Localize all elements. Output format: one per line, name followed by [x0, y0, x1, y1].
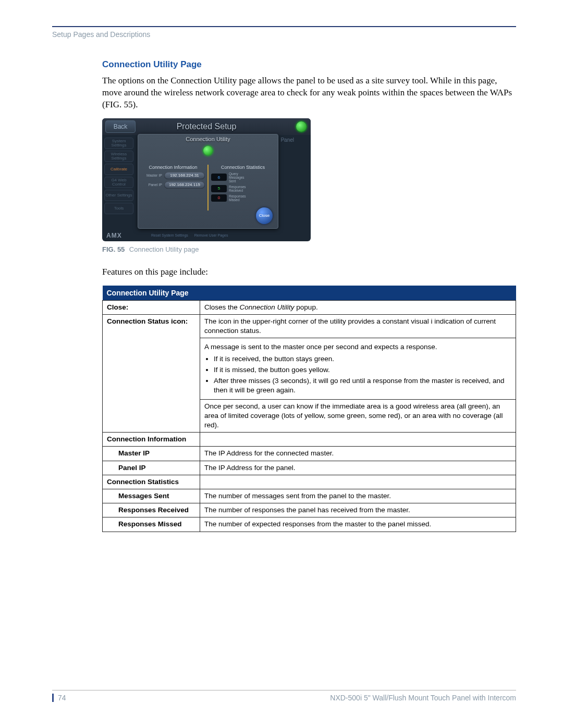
master-ip-label: Master IP [141, 174, 164, 177]
row-status-b1: If it is received, the button stays gree… [214, 354, 511, 364]
col-title-stats: Connection Statistics [211, 165, 275, 170]
row-ci-empty [200, 433, 516, 447]
panel-label: Panel [280, 137, 294, 143]
row-status-label: Connection Status icon: [103, 314, 200, 432]
row-panel-ip-desc: The IP Address for the panel. [200, 461, 516, 475]
features-lead: Features on this page include: [102, 266, 516, 278]
popup-status-icon [203, 146, 213, 155]
doc-title: NXD-500i 5" Wall/Flush Mount Touch Panel… [330, 694, 516, 702]
section-title: Connection Utility Page [102, 59, 516, 70]
row-panel-ip-label: Panel IP [103, 461, 200, 475]
row-close-label: Close: [103, 300, 200, 314]
page-number: 74 [52, 694, 66, 702]
row-msg-sent-desc: The number of messages sent from the pan… [200, 489, 516, 503]
figure-screenshot: Protected Setup Back Panel System Settin… [102, 118, 311, 241]
row-ci-label: Connection Information [103, 433, 200, 447]
stat-msgs-sent: 6 [211, 174, 227, 181]
stat-resp-recv: 5 [211, 185, 227, 192]
row-msg-sent-label: Messages Sent [103, 489, 200, 503]
row-status-block: A message is sent to the master once per… [200, 338, 516, 399]
side-btn-system-settings[interactable]: System Settings [104, 138, 133, 149]
side-btn-wireless-settings[interactable]: Wireless Settings [104, 151, 133, 162]
row-master-ip-desc: The IP Address for the connected master. [200, 447, 516, 461]
row-resp-miss-desc: The number of expected responses from th… [200, 517, 516, 532]
stat-resp-recv-label: Responses Received [227, 185, 250, 192]
side-btn-tools[interactable]: Tools [104, 203, 133, 214]
table-header: Connection Utility Page [103, 286, 516, 301]
bottom-btn-reset[interactable]: Reset System Settings [148, 232, 191, 238]
side-btn-g4-web-control[interactable]: G4 Web Control [104, 177, 133, 188]
close-button[interactable]: Close [256, 207, 273, 224]
row-cs-label: Connection Statistics [103, 475, 200, 489]
row-status-b3: After three misses (3 seconds), it will … [214, 376, 511, 395]
close-desc-post: popup. [295, 303, 318, 311]
side-btn-other-settings[interactable]: Other Settings [104, 190, 133, 201]
section-intro: The options on the Connection Utility pa… [102, 75, 516, 111]
row-status-p2: A message is sent to the master once per… [204, 342, 511, 352]
col-title-info: Connection Information [141, 165, 205, 170]
figure-caption: Connection Utility page [129, 245, 199, 253]
popup-title: Connection Utility [138, 134, 278, 143]
master-ip-value: 192.168.224.31 [164, 172, 205, 179]
features-table: Connection Utility Page Close: Closes th… [102, 286, 516, 532]
back-button[interactable]: Back [105, 120, 136, 133]
row-resp-recv-label: Responses Received [103, 503, 200, 517]
breadcrumb: Setup Pages and Descriptions [52, 30, 516, 39]
bottom-btn-remove[interactable]: Remove User Pages [191, 232, 231, 238]
panel-ip-value: 192.168.224.115 [164, 181, 205, 189]
stat-resp-miss: 0 [211, 194, 227, 202]
close-desc-pre: Closes the [204, 303, 240, 311]
row-status-p1: The icon in the upper-right corner of th… [200, 314, 516, 338]
row-close-desc: Closes the Connection Utility popup. [200, 300, 516, 314]
row-status-p3: Once per second, a user can know if the … [200, 399, 516, 433]
side-btn-calibrate[interactable]: Calibrate [104, 164, 133, 175]
connection-utility-popup: Connection Utility Connection Informatio… [138, 134, 278, 229]
row-resp-recv-desc: The number of responses the panel has re… [200, 503, 516, 517]
connection-status-icon [296, 121, 307, 132]
figure-label: FIG. 55 [102, 245, 125, 253]
amx-logo: AMX [102, 232, 148, 239]
page-footer: 74 NXD-500i 5" Wall/Flush Mount Touch Pa… [52, 690, 516, 702]
close-desc-em: Connection Utility [240, 303, 295, 311]
panel-ip-label: Panel IP [141, 183, 164, 187]
stat-resp-miss-label: Responses Missed [227, 194, 250, 202]
row-cs-empty [200, 475, 516, 489]
row-status-b2: If it is missed, the button goes yellow. [214, 365, 511, 375]
row-master-ip-label: Master IP [103, 447, 200, 461]
row-resp-miss-label: Responses Missed [103, 517, 200, 532]
stat-msgs-sent-label: Query Messages Sent [227, 172, 250, 183]
side-nav: System Settings Wireless Settings Calibr… [102, 136, 136, 216]
